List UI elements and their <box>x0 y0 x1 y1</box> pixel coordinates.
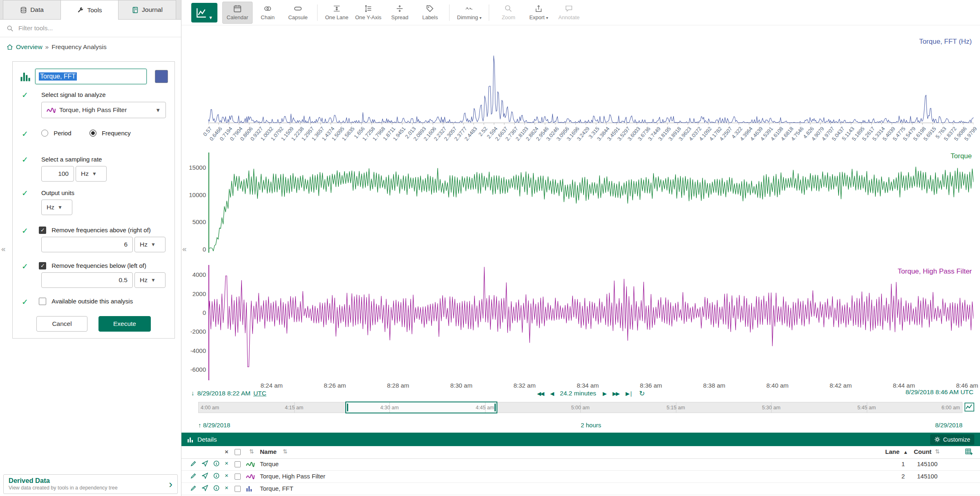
arrow-up-icon[interactable]: ↑ <box>198 422 201 429</box>
table-row[interactable]: ×Torque1145100 <box>181 458 980 471</box>
scrub-window-duration[interactable]: 2 hours <box>581 422 601 429</box>
collapse-panel-icon[interactable]: « <box>182 245 187 254</box>
table-row[interactable]: ×Torque, High Pass Filter2145100 <box>181 471 980 483</box>
scrub-tick-label: 4:30 am <box>380 405 398 411</box>
timezone-link[interactable]: UTC <box>253 390 266 397</box>
scrub-handle-right[interactable] <box>494 404 496 411</box>
outside-checkbox[interactable] <box>39 298 46 305</box>
signal-label: Select signal to analyze <box>41 91 106 98</box>
range-end[interactable]: 8/29/2018 8:46 AM UTC <box>906 388 973 398</box>
refresh-icon[interactable]: ↻ <box>639 389 645 398</box>
remove-icon[interactable]: × <box>225 472 228 479</box>
derived-data-panel[interactable]: Derived Data View data created by tools … <box>3 474 178 494</box>
info-icon[interactable] <box>213 460 219 467</box>
send-icon[interactable] <box>202 473 208 479</box>
collapse-left-icon[interactable]: « <box>1 245 6 254</box>
send-icon[interactable] <box>202 485 208 491</box>
tab-journal-label: Journal <box>142 6 163 13</box>
row-checkbox[interactable] <box>235 486 241 492</box>
sort-asc-icon[interactable]: ▲ <box>903 449 908 455</box>
count-column-header[interactable]: Count <box>914 448 931 455</box>
search-icon <box>7 25 13 32</box>
scrub-left-date[interactable]: 8/29/2018 <box>203 422 230 429</box>
home-icon[interactable] <box>7 44 13 50</box>
fft-lane-label[interactable]: Torque, FFT (Hz) <box>919 38 972 46</box>
below-unit-select[interactable]: Hz▼ <box>134 272 166 288</box>
tool-name-row: Torque, FFT <box>19 68 168 85</box>
step-back-fast-icon[interactable]: ◀◀ <box>537 391 544 397</box>
below-value-input[interactable]: 0.5 <box>41 272 133 288</box>
row-name[interactable]: Torque, FFT <box>260 485 293 492</box>
scrub-right-date[interactable]: 8/29/2018 <box>935 422 962 429</box>
arrow-down-icon[interactable]: ↓ <box>191 390 195 397</box>
tab-tools[interactable]: Tools <box>60 0 119 20</box>
hpf-series[interactable] <box>208 267 973 367</box>
info-icon[interactable] <box>213 485 219 491</box>
sort-icon[interactable]: ⇅ <box>283 448 288 455</box>
add-column-icon[interactable] <box>965 449 973 455</box>
sampling-label: Select a sampling rate <box>41 156 102 163</box>
output-unit-select[interactable]: Hz▼ <box>41 200 72 215</box>
fft-series[interactable] <box>208 56 973 123</box>
remove-icon[interactable]: × <box>225 484 228 491</box>
edit-icon[interactable] <box>190 460 197 467</box>
time-tick-label: 8:32 am <box>513 382 535 389</box>
sort-icon[interactable]: ⇅ <box>249 448 254 455</box>
remove-column-icon[interactable]: × <box>225 448 228 455</box>
signal-select[interactable]: Torque, High Pass Filter ▼ <box>41 102 166 118</box>
period-radio[interactable] <box>41 130 48 137</box>
details-title: Details <box>197 436 217 443</box>
sampling-rate-input[interactable]: 100 <box>41 166 74 182</box>
above-unit-select[interactable]: Hz▼ <box>134 237 166 252</box>
hpf-lane-label[interactable]: Torque, High Pass Filter <box>898 267 972 276</box>
select-all-checkbox[interactable] <box>235 449 241 455</box>
scrub-selection[interactable] <box>345 402 497 413</box>
period-frequency-row: Period Frequency <box>41 130 164 137</box>
above-checkbox[interactable] <box>39 227 46 234</box>
customize-button[interactable]: Customize <box>930 434 974 445</box>
scrub-track[interactable]: 4:00 am4:15 am4:30 am4:45 am5:00 am5:15 … <box>198 402 962 413</box>
tab-data-label: Data <box>30 6 44 13</box>
torque-lane-label[interactable]: Torque <box>951 152 972 160</box>
range-start-text[interactable]: 8/29/2018 8:22 AM <box>197 390 251 397</box>
color-swatch[interactable] <box>155 70 168 83</box>
cancel-button[interactable]: Cancel <box>36 316 87 332</box>
table-row[interactable]: ×Torque, FFT <box>181 483 980 495</box>
edit-icon[interactable] <box>190 485 197 491</box>
row-checkbox[interactable] <box>235 461 241 467</box>
breadcrumb-current: Frequency Analysis <box>51 43 106 51</box>
sort-icon[interactable]: ⇅ <box>935 448 940 455</box>
scrub-handle-left[interactable] <box>347 404 348 411</box>
result-name-input[interactable]: Torque, FFT <box>35 69 147 84</box>
frequency-radio[interactable] <box>89 130 96 137</box>
step-forward-icon[interactable]: ▶ <box>603 391 606 397</box>
trend-chart-canvas[interactable] <box>208 0 973 393</box>
row-name[interactable]: Torque, High Pass Filter <box>260 473 325 480</box>
send-icon[interactable] <box>202 460 208 467</box>
torque-series[interactable] <box>208 167 973 251</box>
step-forward-fast-icon[interactable]: ▶▶ <box>613 391 619 397</box>
tab-data[interactable]: Data <box>3 0 61 19</box>
below-checkbox[interactable] <box>39 262 46 269</box>
name-column-header[interactable]: Name <box>260 448 277 455</box>
row-checkbox[interactable] <box>235 474 241 480</box>
minimap-toggle-icon[interactable] <box>964 402 974 412</box>
tab-journal[interactable]: Journal <box>118 0 176 19</box>
above-value-input[interactable]: 6 <box>41 237 133 252</box>
step-to-end-icon[interactable]: ▶❘ <box>626 391 633 397</box>
sampling-unit-select[interactable]: Hz▼ <box>76 166 107 182</box>
edit-icon[interactable] <box>190 473 197 479</box>
search-input[interactable] <box>18 24 175 32</box>
info-icon[interactable] <box>213 473 219 479</box>
signal-icon <box>47 107 56 113</box>
lane-column-header[interactable]: Lane <box>885 448 899 455</box>
output-units-label: Output units <box>41 189 74 196</box>
range-duration[interactable]: 24.2 minutes <box>560 390 596 397</box>
breadcrumb-overview[interactable]: Overview <box>16 43 43 51</box>
row-name[interactable]: Torque <box>260 460 279 467</box>
remove-icon[interactable]: × <box>225 460 228 467</box>
execute-button[interactable]: Execute <box>98 316 151 332</box>
check-icon: ✓ <box>22 155 28 164</box>
step-back-icon[interactable]: ◀ <box>550 391 553 397</box>
row-lane: 1 <box>876 460 905 467</box>
